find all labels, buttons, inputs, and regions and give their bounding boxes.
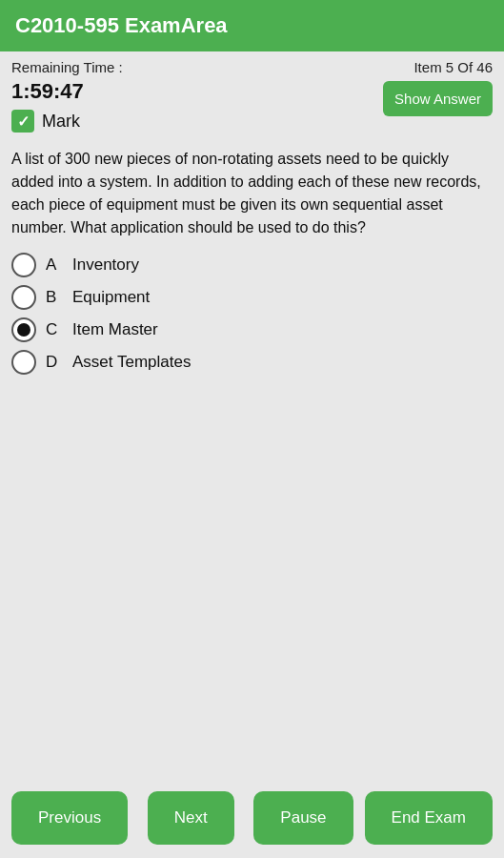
radio-A[interactable] (11, 253, 36, 277)
spacer (0, 378, 504, 778)
timer-row: 1:59:47 ✓ Mark Show Answer (0, 75, 504, 133)
radio-D[interactable] (11, 350, 36, 375)
radio-C[interactable] (11, 317, 36, 342)
previous-button[interactable]: Previous (11, 791, 128, 845)
options-list: A Inventory B Equipment C Item Master D … (0, 249, 504, 378)
mark-checkbox[interactable]: ✓ (11, 110, 34, 133)
radio-C-inner (17, 323, 30, 337)
option-A-label: Inventory (72, 255, 139, 275)
mark-row: ✓ Mark (11, 110, 84, 133)
option-A[interactable]: A Inventory (11, 253, 493, 277)
item-counter: Item 5 Of 46 (413, 59, 493, 75)
option-D-label: Asset Templates (72, 353, 191, 372)
option-D-letter: D (46, 353, 63, 372)
remaining-label: Remaining Time : (11, 59, 123, 75)
app-title: C2010-595 ExamArea (15, 13, 228, 37)
bottom-right-buttons: Pause End Exam (253, 791, 493, 845)
option-A-letter: A (46, 255, 63, 275)
radio-B[interactable] (11, 285, 36, 310)
pause-button[interactable]: Pause (253, 791, 353, 845)
question-text: A list of 300 new pieces of non-rotating… (0, 133, 504, 249)
option-C[interactable]: C Item Master (11, 317, 493, 342)
option-C-letter: C (46, 320, 63, 339)
end-exam-button[interactable]: End Exam (365, 791, 493, 845)
timer-display: 1:59:47 (11, 79, 84, 104)
meta-bar: Remaining Time : Item 5 Of 46 (0, 51, 504, 75)
option-B[interactable]: B Equipment (11, 285, 493, 310)
next-button[interactable]: Next (148, 791, 234, 845)
option-D[interactable]: D Asset Templates (11, 350, 493, 375)
option-B-letter: B (46, 288, 63, 307)
bottom-bar: Previous Next Pause End Exam (0, 778, 504, 858)
option-B-label: Equipment (72, 288, 150, 307)
show-answer-button[interactable]: Show Answer (383, 81, 493, 116)
mark-label: Mark (42, 112, 80, 132)
checkmark-icon: ✓ (17, 112, 30, 131)
option-C-label: Item Master (72, 320, 158, 339)
timer-left: 1:59:47 ✓ Mark (11, 79, 84, 133)
app-header: C2010-595 ExamArea (0, 0, 504, 51)
